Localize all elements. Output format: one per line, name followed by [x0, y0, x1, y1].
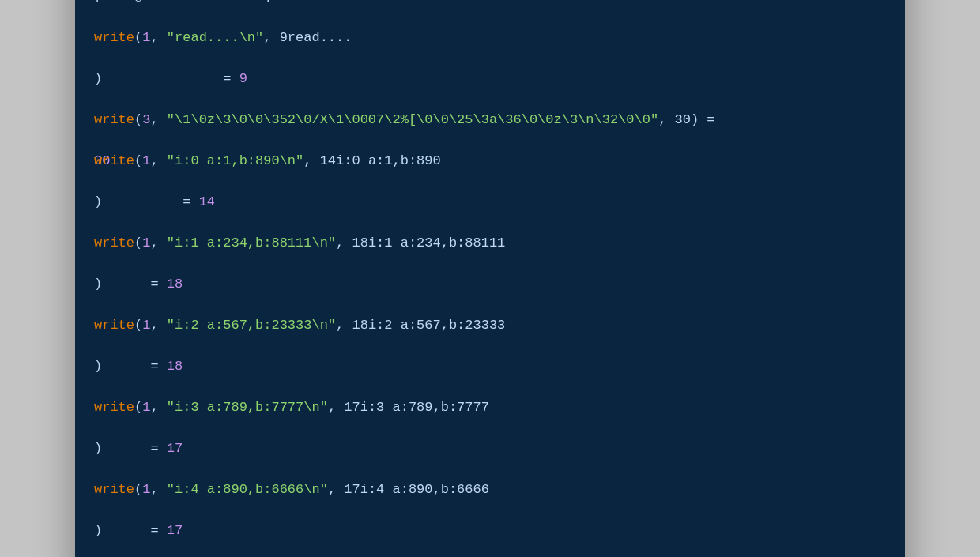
prompt-line: [root@localhost testn]# strace -e trace=…: [94, 0, 886, 7]
output-line: write(1, "i:3 a:789,b:7777\n", 17i:3 a:7…: [94, 397, 886, 418]
terminal-window: [root@localhost testn]# strace -e trace=…: [75, 0, 905, 557]
output-line-overlapped: 30write(1, "i:0 a:1,b:890\n", 14i:0 a:1,…: [94, 151, 886, 171]
output-line: ) = 18: [94, 356, 886, 377]
syscall-name: write: [94, 30, 134, 45]
output-line: write(1, "i:2 a:567,b:23333\n", 18i:2 a:…: [94, 315, 886, 336]
output-line: write(1, "read....\n", 9read....: [94, 28, 886, 48]
shell-command: strace -e trace=write ./a.out: [288, 0, 530, 4]
output-line: write(1, "i:4 a:890,b:6666\n", 17i:4 a:8…: [94, 480, 886, 500]
output-line: ) = 14: [94, 192, 886, 213]
shell-prompt: [root@localhost testn]: [94, 0, 271, 4]
terminal-output: [root@localhost testn]# strace -e trace=…: [94, 0, 886, 557]
output-line: ) = 18: [94, 274, 886, 295]
prompt-hash: #: [271, 0, 287, 4]
output-line: write(1, "i:1 a:234,b:88111\n", 18i:1 a:…: [94, 233, 886, 254]
output-line: write(3, "\1\0z\3\0\0\352\0/X\1\0007\2%[…: [94, 110, 886, 130]
output-line: ) = 17: [94, 438, 886, 459]
output-line: ) = 9: [94, 69, 886, 89]
output-line: ) = 17: [94, 521, 886, 541]
